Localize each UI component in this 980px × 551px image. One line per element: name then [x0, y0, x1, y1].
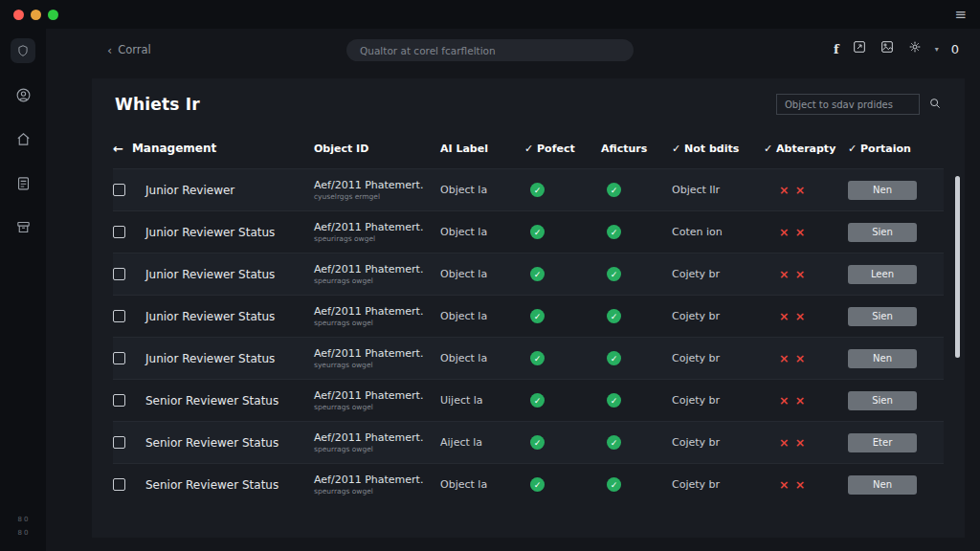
check-badge-icon: ✓: [530, 183, 545, 197]
window-titlebar: ≡: [0, 0, 980, 29]
row-name: Junior Reviewer Status: [145, 268, 314, 281]
section-title: Management: [132, 142, 216, 155]
top-navigation: ‹ Corral f ▾ 0: [46, 29, 980, 71]
row-name: Senior Reviewer Status: [145, 394, 314, 408]
not-bdits-value: Cojety br: [672, 310, 764, 322]
close-window-button[interactable]: [13, 10, 24, 20]
ai-label: Object la: [440, 268, 524, 280]
back-link[interactable]: ‹ Corral: [107, 43, 151, 57]
share-icon[interactable]: [852, 39, 867, 58]
object-id: Aef/2011 Phatemert.: [314, 474, 440, 487]
maximize-window-button[interactable]: [48, 10, 58, 20]
home-icon[interactable]: [11, 126, 35, 151]
ai-label: Aiject la: [440, 436, 524, 449]
hamburger-menu-icon[interactable]: ≡: [954, 6, 967, 23]
check-badge-icon: ✓: [607, 393, 621, 408]
table-row: Senior Reviewer Status Aef/2011 Phatemer…: [113, 463, 944, 505]
reports-icon[interactable]: [11, 170, 35, 195]
not-bdits-value: Cojety br: [672, 268, 764, 280]
table-row: Junior Reviewer Status Aef/2011 Phatemer…: [113, 253, 944, 295]
sidebar-footer-line: 8 0: [17, 527, 28, 540]
object-id: Aef/2011 Phatemert.: [314, 389, 440, 403]
chevron-left-icon: ‹: [107, 43, 112, 57]
gallery-icon[interactable]: [880, 39, 895, 58]
object-id: Aef/2011 Phatemert.: [314, 305, 440, 319]
check-badge-icon: ✓: [530, 225, 545, 239]
global-search-bar[interactable]: [346, 39, 634, 61]
row-checkbox[interactable]: [113, 226, 125, 238]
row-checkbox[interactable]: [113, 436, 125, 449]
ai-label: Uiject la: [440, 394, 524, 407]
object-id: Aef/2011 Phatemert.: [314, 431, 440, 445]
notification-count[interactable]: 0: [951, 42, 959, 56]
cross-marks-icon: × ×: [764, 267, 848, 281]
row-name: Junior Reviewer: [145, 184, 314, 197]
content-panel: Whiets Ir ← Management Object ID AI L: [92, 78, 965, 538]
row-action-button[interactable]: Leen: [848, 265, 917, 284]
row-name: Junior Reviewer Status: [145, 352, 314, 365]
management-back-link[interactable]: ← Management: [113, 142, 314, 156]
search-icon[interactable]: [928, 96, 942, 114]
row-checkbox[interactable]: [113, 352, 125, 364]
check-badge-icon: ✓: [607, 435, 621, 450]
cross-marks-icon: × ×: [764, 393, 848, 408]
table-filter: [776, 94, 942, 115]
column-header-pofect[interactable]: ✓ Pofect: [524, 143, 601, 155]
reviewers-table: ← Management Object ID AI Label ✓ Pofect…: [113, 128, 944, 505]
object-id-sub: speurrags owgel: [314, 445, 440, 453]
check-badge-icon: ✓: [530, 309, 545, 323]
column-header-abterapty[interactable]: ✓ Abterapty: [764, 143, 848, 155]
object-id-sub: syeurrags owgel: [314, 361, 440, 369]
ai-label: Object la: [440, 352, 524, 364]
column-header-not-bdits[interactable]: ✓ Not bdits: [672, 143, 764, 155]
check-badge-icon: ✓: [607, 225, 621, 239]
row-name: Senior Reviewer Status: [145, 478, 314, 492]
row-checkbox[interactable]: [113, 394, 125, 407]
back-link-label: Corral: [118, 43, 151, 56]
row-action-button[interactable]: Eter: [848, 433, 917, 452]
object-id-sub: cyuselrggs ermgel: [314, 192, 440, 201]
chevron-down-icon[interactable]: ▾: [935, 45, 939, 54]
row-checkbox[interactable]: [113, 184, 125, 196]
not-bdits-value: Cojety br: [672, 394, 764, 407]
row-action-button[interactable]: Sien: [848, 307, 917, 326]
object-id-sub: speurirags owgel: [314, 234, 440, 243]
object-id-sub: speurrags owgel: [314, 403, 440, 411]
window-controls: [13, 10, 58, 20]
column-header-ai-label[interactable]: AI Label: [440, 143, 524, 155]
facebook-icon[interactable]: f: [834, 42, 839, 56]
app-logo-shield-icon[interactable]: [11, 38, 35, 63]
row-checkbox[interactable]: [113, 478, 125, 491]
vertical-scrollbar[interactable]: [955, 176, 960, 358]
row-action-button[interactable]: Nen: [848, 475, 917, 495]
check-badge-icon: ✓: [530, 393, 545, 408]
row-checkbox[interactable]: [113, 268, 125, 280]
profile-icon[interactable]: [11, 82, 35, 107]
column-header-aficturs[interactable]: Aficturs: [601, 143, 672, 155]
ai-label: Object la: [440, 226, 524, 238]
table-row: Senior Reviewer Status Aef/2011 Phatemer…: [113, 379, 944, 421]
row-name: Senior Reviewer Status: [145, 436, 314, 450]
not-bdits-value: Cojety br: [672, 352, 764, 364]
sidebar-footer-line: 8 0: [17, 514, 28, 526]
minimize-window-button[interactable]: [31, 10, 41, 20]
row-action-button[interactable]: Nen: [848, 349, 917, 368]
page-title: Whiets Ir: [115, 95, 200, 114]
cross-marks-icon: × ×: [764, 351, 848, 365]
row-action-button[interactable]: Sien: [848, 391, 917, 410]
global-search-input[interactable]: [360, 45, 620, 56]
archive-icon[interactable]: [11, 214, 35, 239]
row-action-button[interactable]: Nen: [848, 181, 917, 200]
object-id: Aef/2011 Phatemert.: [314, 347, 440, 361]
row-action-button[interactable]: Sien: [848, 223, 917, 242]
ai-label: Object la: [440, 478, 524, 491]
table-filter-input[interactable]: [776, 94, 920, 115]
object-id-sub: speurrags owgel: [314, 276, 440, 285]
ai-label: Object la: [440, 310, 524, 322]
row-checkbox[interactable]: [113, 310, 125, 322]
cross-marks-icon: × ×: [764, 309, 848, 323]
column-header-portaion[interactable]: ✓ Portaion: [848, 143, 944, 155]
column-header-object-id[interactable]: Object ID: [314, 143, 440, 155]
row-name: Junior Reviewer Status: [145, 226, 314, 239]
settings-icon[interactable]: [907, 39, 923, 58]
